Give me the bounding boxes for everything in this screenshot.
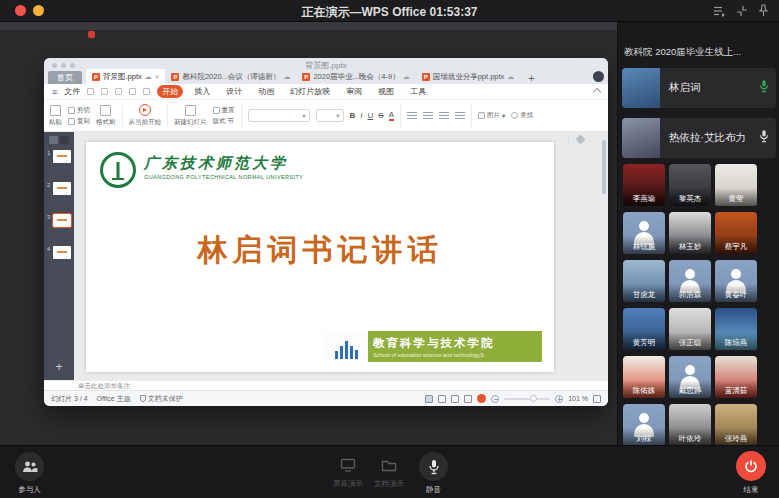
protection-status[interactable]: 文档未保护 xyxy=(148,394,183,404)
new-slide-button[interactable]: 新建幻灯片 xyxy=(174,105,207,127)
wps-document-tab[interactable]: P国瑞就业分享ppt.pptx☁ xyxy=(416,69,521,84)
section-button[interactable]: 节 xyxy=(228,117,235,126)
zoom-out-icon[interactable] xyxy=(491,395,499,403)
menu-tab-4[interactable]: 动画 xyxy=(253,85,279,98)
end-meeting-button[interactable]: 结束 xyxy=(736,451,766,495)
participant-tile[interactable]: 郭浩森 xyxy=(669,260,711,302)
participant-tile[interactable]: 张玲燕 xyxy=(715,404,757,446)
participant-tile[interactable]: 刘棌 xyxy=(623,404,665,446)
participant-tile[interactable]: 甘虎龙 xyxy=(623,260,665,302)
line-spacing-icon[interactable] xyxy=(455,112,465,120)
wps-document-tab[interactable]: P背景图.pptx☁× xyxy=(86,69,165,84)
featured-participant[interactable]: 林启词 xyxy=(622,68,776,108)
participant-tile[interactable]: 黄春叶 xyxy=(715,260,757,302)
participant-video-thumb xyxy=(622,68,660,108)
thumbnail-view-toggle[interactable] xyxy=(60,136,69,144)
collapse-ribbon-icon[interactable] xyxy=(593,87,601,95)
slideshow-icon[interactable] xyxy=(477,394,486,403)
bullet-list-icon[interactable] xyxy=(439,112,449,120)
play-from-current-button[interactable]: 从当前开始 xyxy=(129,104,162,127)
add-slide-button[interactable]: + xyxy=(44,360,74,374)
insert-picture-button[interactable]: 图片▾ xyxy=(478,111,505,120)
file-menu[interactable]: 文件 xyxy=(64,86,80,97)
fit-slide-icon[interactable] xyxy=(593,395,601,403)
normal-view-icon[interactable] xyxy=(425,395,433,403)
layout-icon[interactable] xyxy=(713,5,726,17)
bold-button[interactable]: B xyxy=(350,111,356,120)
slide-thumbnail[interactable]: 4 xyxy=(44,244,74,274)
reading-view-icon[interactable] xyxy=(451,395,459,403)
slide-counter: 幻灯片 3 / 4 xyxy=(51,394,88,404)
output-icon[interactable] xyxy=(101,88,108,95)
participant-tile[interactable]: 蔡宇凡 xyxy=(715,212,757,254)
outline-view-toggle[interactable] xyxy=(49,136,58,144)
italic-button[interactable]: I xyxy=(360,111,362,120)
undo-icon[interactable] xyxy=(129,88,136,95)
find-button[interactable]: 查找 xyxy=(511,111,533,120)
slide-thumbnail[interactable]: 2 xyxy=(44,180,74,210)
strikethrough-button[interactable]: S xyxy=(378,111,383,120)
participant-name: 林启词 xyxy=(669,81,701,95)
participants-button[interactable]: 参与人 xyxy=(15,452,44,495)
protection-icon xyxy=(140,395,146,402)
titlebar: 正在演示—WPS Office 01:53:37 xyxy=(0,0,779,22)
participant-tile[interactable]: 李燕瑜 xyxy=(623,164,665,206)
participant-tile[interactable]: 陈琼燕 xyxy=(715,308,757,350)
featured-participant[interactable]: 热依拉·艾比布力 xyxy=(622,118,776,158)
format-painter-button[interactable]: 格式刷 xyxy=(96,105,116,127)
zoom-slider[interactable] xyxy=(504,398,550,400)
pin-icon[interactable] xyxy=(758,4,769,17)
wps-home-button[interactable]: 首页 xyxy=(48,71,82,84)
participant-tile[interactable]: 林锐旎 xyxy=(623,212,665,254)
notes-bar[interactable]: 单击此处添加备注 xyxy=(44,380,608,390)
menu-tab-2[interactable]: 插入 xyxy=(189,85,215,98)
slide-sorter-icon[interactable] xyxy=(438,395,446,403)
hamburger-icon[interactable]: ≡ xyxy=(52,87,57,97)
exit-fullscreen-icon[interactable] xyxy=(736,5,748,17)
participant-tile[interactable]: 蓝清茹 xyxy=(715,356,757,398)
align-left-icon[interactable] xyxy=(407,112,417,120)
canvas-scrollbar[interactable] xyxy=(602,140,606,372)
redo-icon[interactable] xyxy=(143,88,150,95)
font-color-button[interactable]: A xyxy=(389,110,394,121)
notes-view-icon[interactable] xyxy=(464,395,472,403)
underline-button[interactable]: U xyxy=(368,111,374,120)
doc-share-button[interactable]: 文档演示 xyxy=(374,458,404,489)
save-icon[interactable] xyxy=(87,88,94,95)
menu-tab-3[interactable]: 设计 xyxy=(221,85,247,98)
participant-tile[interactable]: 黄芳明 xyxy=(623,308,665,350)
reset-button[interactable]: 重置 xyxy=(213,106,235,115)
slide-thumbnail[interactable]: 3 xyxy=(44,212,74,242)
copy-button[interactable]: 复制 xyxy=(68,117,90,126)
paste-button[interactable]: 粘贴 xyxy=(49,105,62,127)
font-size-select[interactable]: ▾ xyxy=(316,109,344,122)
wps-account-avatar[interactable] xyxy=(593,71,604,82)
print-icon[interactable] xyxy=(115,88,122,95)
font-family-select[interactable]: ▾ xyxy=(248,109,310,122)
participant-tile[interactable]: 陈佑姝 xyxy=(623,356,665,398)
participant-tile[interactable]: 黎英杰 xyxy=(669,164,711,206)
wps-document-tab[interactable]: P2020届毕业...晚会（4-9）☁ xyxy=(296,69,415,84)
participant-tile[interactable]: 戴思婷 xyxy=(669,356,711,398)
cut-button[interactable]: 剪切 xyxy=(68,106,90,115)
mute-button[interactable]: 静音 xyxy=(419,452,448,495)
menu-tab-7[interactable]: 视图 xyxy=(373,85,399,98)
slide-thumbnail[interactable]: 1 xyxy=(44,148,74,178)
new-tab-button[interactable]: + xyxy=(528,72,534,84)
participant-tile[interactable]: 黄莹 xyxy=(715,164,757,206)
participant-tile[interactable]: 张正聪 xyxy=(669,308,711,350)
drag-handle-icon[interactable]: ⋮ xyxy=(564,135,572,144)
align-center-icon[interactable] xyxy=(423,112,433,120)
participant-tile[interactable]: 林玉妙 xyxy=(669,212,711,254)
participant-tile[interactable]: 叶依玲 xyxy=(669,404,711,446)
menu-tab-5[interactable]: 幻灯片放映 xyxy=(285,85,335,98)
wps-document-tab[interactable]: P教科院2020...会议（谭德新）☁ xyxy=(165,69,296,84)
zoom-in-icon[interactable] xyxy=(555,395,563,403)
menu-tab-8[interactable]: 工具 xyxy=(405,85,431,98)
menu-tab-1[interactable]: 开始 xyxy=(157,85,183,98)
screen-share-button[interactable]: 屏幕演示 xyxy=(333,458,363,489)
layout-button[interactable]: 版式 xyxy=(213,117,226,126)
slide-number: 3 xyxy=(47,214,50,220)
menu-tab-6[interactable]: 审阅 xyxy=(341,85,367,98)
close-tab-icon[interactable]: × xyxy=(155,72,160,81)
